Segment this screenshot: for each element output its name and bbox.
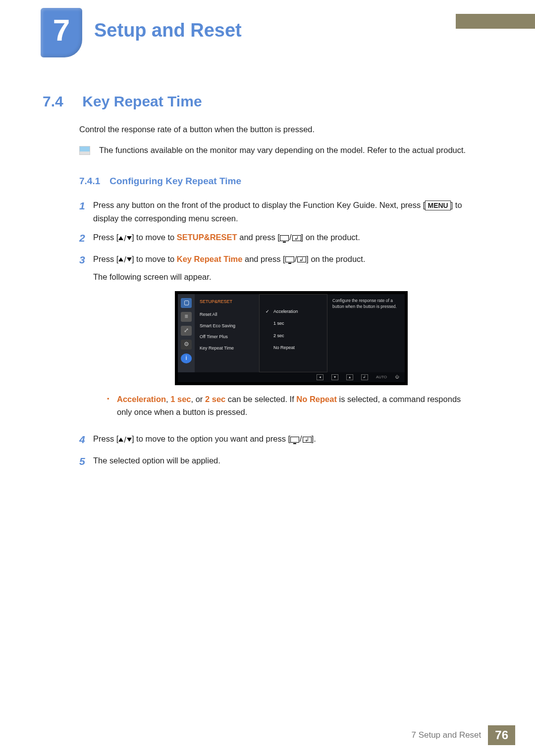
osd-navbar: ◂ ▾ ▴ ↲ AUTO ⏻ (178, 372, 405, 382)
nav-up-icon: ▴ (346, 374, 353, 380)
step-2: 2 Press [/] to move to SETUP&RESET and p… (79, 231, 476, 247)
up-down-icon: / (118, 433, 132, 446)
step-3-note: The following screen will appear. (93, 270, 476, 283)
enter-icon (297, 256, 306, 262)
osd-tab-list-icon: ≡ (181, 312, 192, 322)
osd-menu-title: SETUP&RESET (200, 298, 254, 305)
step-number: 4 (79, 431, 93, 448)
step-1: 1 Press any button on the front of the p… (79, 199, 476, 225)
osd-menu-item: Off Timer Plus (200, 331, 254, 342)
osd-tab-picture-icon: ▢ (181, 298, 192, 308)
header-accent-bar (456, 14, 535, 29)
note-icon (79, 146, 90, 155)
option-bullet: Acceleration, 1 sec, or 2 sec can be sel… (107, 393, 476, 418)
nav-enter-icon: ↲ (361, 374, 368, 380)
section-heading: 7.4 Key Repeat Time (43, 93, 202, 110)
menu-button-label: MENU (425, 201, 450, 210)
content-area: Control the response rate of a button wh… (79, 124, 476, 475)
osd-menu-item: Key Repeat Time (200, 343, 254, 353)
osd-option: No Repeat (266, 342, 321, 353)
osd-menu-item: Reset All (200, 309, 254, 320)
nav-auto-label: AUTO (376, 374, 387, 381)
page-number: 76 (488, 725, 515, 745)
source-icon (290, 437, 299, 443)
osd-screenshot: ▢ ≡ ⤢ ⚙ i SETUP&RESET Reset All Smart Ec… (175, 291, 408, 385)
step-number: 2 (79, 230, 93, 247)
chapter-number-badge: 7 (41, 8, 82, 57)
chapter-title: Setup and Reset (94, 20, 242, 41)
steps-list: 1 Press any button on the front of the p… (79, 199, 476, 469)
nav-target: SETUP&RESET (177, 233, 237, 242)
step-number: 5 (79, 453, 93, 470)
page-footer: 7 Setup and Reset 76 (411, 725, 515, 745)
note-block: The functions available on the monitor m… (79, 145, 476, 156)
up-down-icon: / (118, 253, 132, 266)
source-icon (285, 256, 294, 262)
subsection-number: 7.4.1 (79, 174, 107, 188)
nav-left-icon: ◂ (317, 374, 323, 380)
osd-description: Configure the response rate of a button … (327, 294, 405, 372)
osd-tab-settings-icon: ⚙ (181, 340, 192, 350)
osd-sidebar: ▢ ≡ ⤢ ⚙ i (178, 294, 195, 372)
osd-menu-panel: SETUP&RESET Reset All Smart Eco Saving O… (195, 294, 259, 372)
intro-text: Control the response rate of a button wh… (79, 124, 476, 136)
note-text: The functions available on the monitor m… (99, 145, 466, 156)
section-title: Key Repeat Time (82, 93, 202, 109)
source-icon (280, 235, 289, 241)
osd-option: 2 sec (266, 330, 321, 342)
osd-option: 1 sec (266, 317, 321, 329)
osd-tab-size-icon: ⤢ (181, 326, 192, 336)
nav-target: Key Repeat Time (177, 254, 243, 263)
nav-power-icon: ⏻ (395, 374, 399, 381)
footer-chapter-ref: 7 Setup and Reset (411, 730, 481, 740)
step-3: 3 Press [/] to move to Key Repeat Time a… (79, 252, 476, 426)
osd-options-panel: Acceleration 1 sec 2 sec No Repeat (259, 294, 327, 372)
step-number: 3 (79, 252, 93, 268)
osd-tab-info-icon: i (181, 353, 192, 363)
step-4: 4 Press [/] to move to the option you wa… (79, 432, 476, 448)
subsection-heading: 7.4.1 Configuring Key Repeat Time (79, 174, 476, 188)
osd-option-selected: Acceleration (266, 305, 321, 317)
osd-menu-item: Smart Eco Saving (200, 320, 254, 331)
subsection-title: Configuring Key Repeat Time (109, 176, 241, 186)
enter-icon (292, 235, 301, 241)
step-number: 1 (79, 198, 93, 214)
nav-down-icon: ▾ (331, 374, 338, 380)
enter-icon (303, 437, 312, 443)
up-down-icon: / (118, 232, 132, 245)
step-5: 5 The selected option will be applied. (79, 454, 476, 470)
section-number: 7.4 (43, 93, 78, 110)
